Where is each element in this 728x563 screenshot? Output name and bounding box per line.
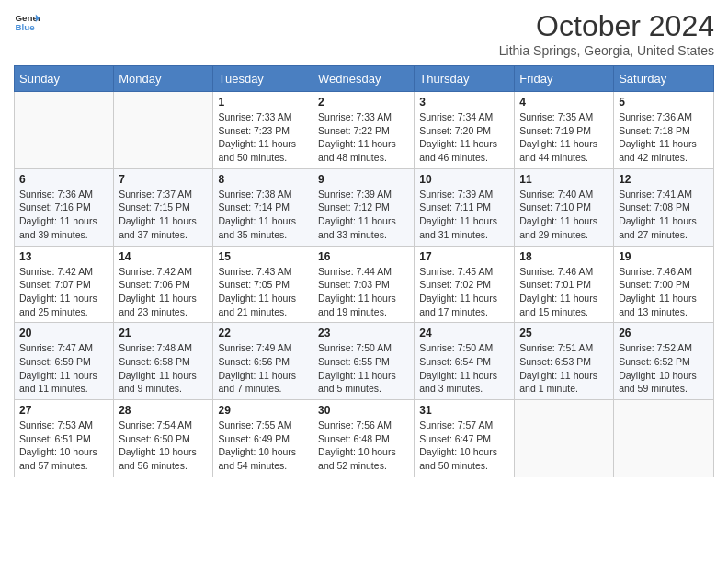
day-info: Sunrise: 7:35 AMSunset: 7:19 PMDaylight:… xyxy=(519,110,609,165)
day-number: 1 xyxy=(218,96,308,109)
dow-header-wednesday: Wednesday xyxy=(313,66,415,92)
calendar-cell xyxy=(114,92,213,169)
day-info: Sunrise: 7:41 AMSunset: 7:08 PMDaylight:… xyxy=(619,188,709,242)
day-info: Sunrise: 7:38 AMSunset: 7:14 PMDaylight:… xyxy=(218,188,308,242)
day-number: 20 xyxy=(19,327,108,339)
day-info: Sunrise: 7:57 AMSunset: 6:47 PMDaylight:… xyxy=(419,419,509,473)
dow-header-monday: Monday xyxy=(114,66,213,92)
dow-header-sunday: Sunday xyxy=(15,66,114,92)
day-info: Sunrise: 7:56 AMSunset: 6:48 PMDaylight:… xyxy=(318,419,409,473)
header: General Blue October 2024 Lithia Springs… xyxy=(14,9,714,58)
calendar-cell: 11Sunrise: 7:40 AMSunset: 7:10 PMDayligh… xyxy=(515,168,614,246)
calendar-cell: 8Sunrise: 7:38 AMSunset: 7:14 PMDaylight… xyxy=(213,168,313,246)
day-info: Sunrise: 7:43 AMSunset: 7:05 PMDaylight:… xyxy=(218,265,308,319)
logo: General Blue xyxy=(14,9,40,35)
day-number: 16 xyxy=(318,250,409,263)
day-of-week-row: SundayMondayTuesdayWednesdayThursdayFrid… xyxy=(15,66,714,92)
day-info: Sunrise: 7:33 AMSunset: 7:23 PMDaylight:… xyxy=(218,110,308,165)
calendar-cell: 17Sunrise: 7:45 AMSunset: 7:02 PMDayligh… xyxy=(415,246,515,323)
calendar-cell: 10Sunrise: 7:39 AMSunset: 7:11 PMDayligh… xyxy=(415,168,515,246)
calendar-cell: 16Sunrise: 7:44 AMSunset: 7:03 PMDayligh… xyxy=(313,246,415,323)
day-info: Sunrise: 7:50 AMSunset: 6:54 PMDaylight:… xyxy=(419,341,509,396)
day-number: 15 xyxy=(218,250,308,263)
day-number: 7 xyxy=(119,173,208,186)
calendar-cell: 24Sunrise: 7:50 AMSunset: 6:54 PMDayligh… xyxy=(415,323,515,400)
day-info: Sunrise: 7:51 AMSunset: 6:53 PMDaylight:… xyxy=(519,341,609,396)
day-number: 12 xyxy=(619,173,709,186)
day-info: Sunrise: 7:49 AMSunset: 6:56 PMDaylight:… xyxy=(218,341,308,396)
day-number: 8 xyxy=(218,173,308,186)
day-info: Sunrise: 7:46 AMSunset: 7:01 PMDaylight:… xyxy=(519,265,609,319)
calendar-cell xyxy=(515,400,614,477)
calendar-cell: 12Sunrise: 7:41 AMSunset: 7:08 PMDayligh… xyxy=(614,168,714,246)
dow-header-tuesday: Tuesday xyxy=(213,66,313,92)
calendar-cell: 13Sunrise: 7:42 AMSunset: 7:07 PMDayligh… xyxy=(15,246,114,323)
day-info: Sunrise: 7:42 AMSunset: 7:07 PMDaylight:… xyxy=(19,265,108,319)
calendar-cell: 25Sunrise: 7:51 AMSunset: 6:53 PMDayligh… xyxy=(515,323,614,400)
day-info: Sunrise: 7:40 AMSunset: 7:10 PMDaylight:… xyxy=(519,188,609,242)
calendar-cell: 28Sunrise: 7:54 AMSunset: 6:50 PMDayligh… xyxy=(114,400,213,477)
day-info: Sunrise: 7:46 AMSunset: 7:00 PMDaylight:… xyxy=(619,265,709,319)
calendar-cell: 9Sunrise: 7:39 AMSunset: 7:12 PMDaylight… xyxy=(313,168,415,246)
week-row-5: 27Sunrise: 7:53 AMSunset: 6:51 PMDayligh… xyxy=(15,400,714,477)
calendar-body: 1Sunrise: 7:33 AMSunset: 7:23 PMDaylight… xyxy=(15,92,714,477)
day-number: 17 xyxy=(419,250,509,263)
day-info: Sunrise: 7:33 AMSunset: 7:22 PMDaylight:… xyxy=(318,110,409,165)
day-info: Sunrise: 7:47 AMSunset: 6:59 PMDaylight:… xyxy=(19,341,108,396)
calendar-cell: 21Sunrise: 7:48 AMSunset: 6:58 PMDayligh… xyxy=(114,323,213,400)
calendar-cell: 5Sunrise: 7:36 AMSunset: 7:18 PMDaylight… xyxy=(614,92,714,169)
calendar-cell: 15Sunrise: 7:43 AMSunset: 7:05 PMDayligh… xyxy=(213,246,313,323)
week-row-3: 13Sunrise: 7:42 AMSunset: 7:07 PMDayligh… xyxy=(15,246,714,323)
day-number: 14 xyxy=(119,250,208,263)
calendar-cell: 4Sunrise: 7:35 AMSunset: 7:19 PMDaylight… xyxy=(515,92,614,169)
day-info: Sunrise: 7:50 AMSunset: 6:55 PMDaylight:… xyxy=(318,341,409,396)
day-number: 25 xyxy=(519,327,609,339)
calendar-cell xyxy=(15,92,114,169)
calendar-cell: 20Sunrise: 7:47 AMSunset: 6:59 PMDayligh… xyxy=(15,323,114,400)
calendar-cell: 7Sunrise: 7:37 AMSunset: 7:15 PMDaylight… xyxy=(114,168,213,246)
day-number: 30 xyxy=(318,404,409,417)
week-row-1: 1Sunrise: 7:33 AMSunset: 7:23 PMDaylight… xyxy=(15,92,714,169)
day-number: 19 xyxy=(619,250,709,263)
calendar-cell: 1Sunrise: 7:33 AMSunset: 7:23 PMDaylight… xyxy=(213,92,313,169)
day-number: 2 xyxy=(318,96,409,109)
day-number: 10 xyxy=(419,173,509,186)
day-info: Sunrise: 7:44 AMSunset: 7:03 PMDaylight:… xyxy=(318,265,409,319)
week-row-4: 20Sunrise: 7:47 AMSunset: 6:59 PMDayligh… xyxy=(15,323,714,400)
calendar-table: SundayMondayTuesdayWednesdayThursdayFrid… xyxy=(14,65,714,477)
dow-header-thursday: Thursday xyxy=(415,66,515,92)
day-number: 22 xyxy=(218,327,308,339)
day-info: Sunrise: 7:37 AMSunset: 7:15 PMDaylight:… xyxy=(119,188,208,242)
day-info: Sunrise: 7:55 AMSunset: 6:49 PMDaylight:… xyxy=(218,419,308,473)
calendar-cell: 2Sunrise: 7:33 AMSunset: 7:22 PMDaylight… xyxy=(313,92,415,169)
calendar-cell: 31Sunrise: 7:57 AMSunset: 6:47 PMDayligh… xyxy=(415,400,515,477)
day-number: 18 xyxy=(519,250,609,263)
day-number: 9 xyxy=(318,173,409,186)
calendar-cell: 6Sunrise: 7:36 AMSunset: 7:16 PMDaylight… xyxy=(15,168,114,246)
day-info: Sunrise: 7:36 AMSunset: 7:18 PMDaylight:… xyxy=(619,110,709,165)
location: Lithia Springs, Georgia, United States xyxy=(499,43,714,58)
calendar-cell: 29Sunrise: 7:55 AMSunset: 6:49 PMDayligh… xyxy=(213,400,313,477)
day-info: Sunrise: 7:53 AMSunset: 6:51 PMDaylight:… xyxy=(19,419,108,473)
day-number: 23 xyxy=(318,327,409,339)
dow-header-friday: Friday xyxy=(515,66,614,92)
day-number: 4 xyxy=(519,96,609,109)
month-title: October 2024 xyxy=(499,9,714,43)
day-number: 11 xyxy=(519,173,609,186)
calendar-cell: 30Sunrise: 7:56 AMSunset: 6:48 PMDayligh… xyxy=(313,400,415,477)
day-info: Sunrise: 7:39 AMSunset: 7:12 PMDaylight:… xyxy=(318,188,409,242)
day-number: 29 xyxy=(218,404,308,417)
day-number: 5 xyxy=(619,96,709,109)
day-number: 21 xyxy=(119,327,208,339)
day-info: Sunrise: 7:52 AMSunset: 6:52 PMDaylight:… xyxy=(619,341,709,396)
title-block: October 2024 Lithia Springs, Georgia, Un… xyxy=(499,9,714,58)
calendar-cell: 23Sunrise: 7:50 AMSunset: 6:55 PMDayligh… xyxy=(313,323,415,400)
day-number: 13 xyxy=(19,250,108,263)
logo-icon: General Blue xyxy=(14,9,40,35)
day-number: 24 xyxy=(419,327,509,339)
day-number: 26 xyxy=(619,327,709,339)
day-info: Sunrise: 7:48 AMSunset: 6:58 PMDaylight:… xyxy=(119,341,208,396)
calendar-cell: 3Sunrise: 7:34 AMSunset: 7:20 PMDaylight… xyxy=(415,92,515,169)
day-info: Sunrise: 7:39 AMSunset: 7:11 PMDaylight:… xyxy=(419,188,509,242)
day-number: 3 xyxy=(419,96,509,109)
